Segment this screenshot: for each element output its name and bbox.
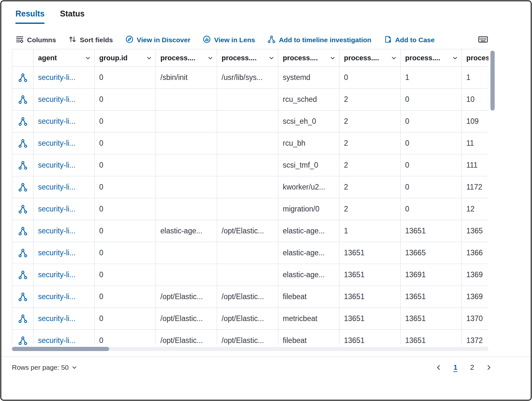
chevron-down-icon[interactable] (391, 55, 397, 61)
grid-cell: 0 (401, 198, 462, 220)
agent-link[interactable]: security-li... (33, 89, 95, 111)
view-in-discover-button[interactable]: View in Discover (125, 35, 191, 45)
grid-cell: 1369 (462, 264, 489, 286)
analyze-event-cell[interactable] (12, 67, 33, 89)
chevron-down-icon[interactable] (85, 55, 91, 61)
chevron-down-icon[interactable] (452, 55, 458, 61)
agent-link[interactable]: security-li... (33, 308, 95, 330)
next-page-button[interactable] (485, 364, 492, 371)
analyze-event-cell[interactable] (12, 89, 33, 111)
grid-cell (156, 176, 217, 198)
add-to-case-button[interactable]: Add to Case (384, 35, 435, 45)
analyze-event-cell[interactable] (12, 264, 33, 286)
view-in-lens-button[interactable]: View in Lens (203, 35, 255, 45)
grid-cell: 0 (95, 308, 156, 330)
previous-page-button[interactable] (435, 364, 442, 371)
grid-cell: /opt/Elastic... (156, 286, 217, 308)
chevron-down-icon[interactable] (329, 55, 336, 61)
column-header-group-id[interactable]: group.id (95, 49, 156, 67)
column-header-process-2[interactable]: process.... (217, 49, 278, 67)
page-2-button[interactable]: 2 (469, 363, 476, 372)
add-to-timeline-label: Add to timeline investigation (279, 36, 371, 44)
analyze-event-icon[interactable] (18, 270, 28, 280)
column-header-process-4[interactable]: process.... (339, 49, 401, 67)
grid-cell: 0 (95, 132, 156, 154)
table-row: security-li...0elastic-age...13651136911… (12, 264, 489, 286)
agent-link[interactable]: security-li... (33, 154, 95, 176)
agent-link[interactable]: security-li... (33, 111, 95, 132)
analyze-event-cell[interactable] (12, 308, 33, 330)
grid-cell: 13651 (339, 330, 401, 345)
grid-cell (217, 154, 278, 176)
results-table: agent group.id process.... process.... p… (12, 49, 489, 345)
column-header-label: process.... (283, 54, 318, 62)
agent-link[interactable]: security-li... (33, 286, 95, 308)
agent-link[interactable]: security-li... (33, 264, 95, 286)
chevron-down-icon[interactable] (146, 55, 152, 61)
grid-cell: /usr/lib/sys... (217, 67, 278, 89)
grid-cell: 0 (95, 330, 156, 345)
columns-button[interactable]: Columns (15, 35, 56, 45)
chevron-down-icon[interactable] (268, 55, 275, 61)
analyze-event-icon[interactable] (18, 314, 28, 324)
agent-link[interactable]: security-li... (33, 67, 95, 89)
rows-per-page-button[interactable]: Rows per page: 50 (12, 364, 78, 371)
columns-icon (15, 35, 24, 45)
analyze-event-cell[interactable] (12, 198, 33, 220)
analyze-event-icon[interactable] (18, 248, 28, 258)
analyze-event-icon[interactable] (18, 292, 28, 302)
analyze-event-icon[interactable] (18, 139, 28, 148)
tab-results[interactable]: Results (15, 9, 44, 24)
analyze-event-cell[interactable] (12, 132, 33, 154)
analyze-event-icon[interactable] (18, 117, 28, 126)
agent-link[interactable]: security-li... (33, 330, 95, 345)
agent-link[interactable]: security-li... (33, 242, 95, 264)
agent-link[interactable]: security-li... (33, 176, 95, 198)
analyze-event-icon[interactable] (18, 226, 28, 236)
agent-link[interactable]: security-li... (33, 132, 95, 154)
analyze-event-icon[interactable] (18, 95, 28, 104)
chevron-right-icon (485, 364, 492, 371)
grid-cell (156, 132, 217, 154)
analyze-event-icon[interactable] (18, 336, 28, 345)
analyze-event-cell[interactable] (12, 220, 33, 242)
column-header-agent[interactable]: agent (33, 49, 95, 67)
agent-link[interactable]: security-li... (33, 220, 95, 242)
header-row: agent group.id process.... process.... p… (12, 49, 489, 67)
lens-icon (203, 35, 211, 45)
table-row: security-li...0/opt/Elastic.../opt/Elast… (12, 308, 489, 330)
analyze-event-icon[interactable] (18, 161, 28, 170)
rows-per-page-label: Rows per page: 50 (12, 364, 69, 371)
agent-link[interactable]: security-li... (33, 198, 95, 220)
keyboard-shortcuts-button[interactable] (478, 34, 488, 46)
analyze-event-cell[interactable] (12, 111, 33, 132)
analyze-event-icon[interactable] (18, 204, 28, 214)
analyze-event-cell[interactable] (12, 330, 33, 345)
analyze-event-cell[interactable] (12, 176, 33, 198)
tab-status[interactable]: Status (60, 9, 84, 24)
horizontal-scrollbar[interactable] (12, 347, 489, 351)
sort-fields-button[interactable]: Sort fields (68, 35, 113, 45)
grid-cell: elastic-age... (278, 242, 339, 264)
column-header-process-6[interactable]: process.... (462, 49, 489, 67)
grid-cell: 1369 (462, 286, 489, 308)
analyze-event-cell[interactable] (12, 154, 33, 176)
column-header-process-5[interactable]: process.... (401, 49, 462, 67)
vertical-scrollbar-thumb[interactable] (490, 51, 495, 111)
add-to-timeline-button[interactable]: Add to timeline investigation (267, 35, 371, 45)
column-header-process-3[interactable]: process.... (278, 49, 339, 67)
vertical-scrollbar[interactable] (490, 50, 495, 344)
page-1-button[interactable]: 1 (452, 363, 459, 372)
analyze-event-cell[interactable] (12, 286, 33, 308)
column-header-process-1[interactable]: process.... (156, 49, 217, 67)
analyze-event-cell[interactable] (12, 242, 33, 264)
grid-cell (156, 89, 217, 111)
column-header-label: process.... (344, 54, 379, 62)
grid-cell: /opt/Elastic... (156, 330, 217, 345)
view-in-lens-label: View in Lens (214, 36, 255, 44)
analyze-event-icon[interactable] (18, 182, 28, 192)
grid-cell: rcu_sched (278, 89, 339, 111)
horizontal-scrollbar-thumb[interactable] (12, 347, 109, 351)
chevron-down-icon[interactable] (207, 55, 214, 61)
analyze-event-icon[interactable] (18, 73, 28, 83)
